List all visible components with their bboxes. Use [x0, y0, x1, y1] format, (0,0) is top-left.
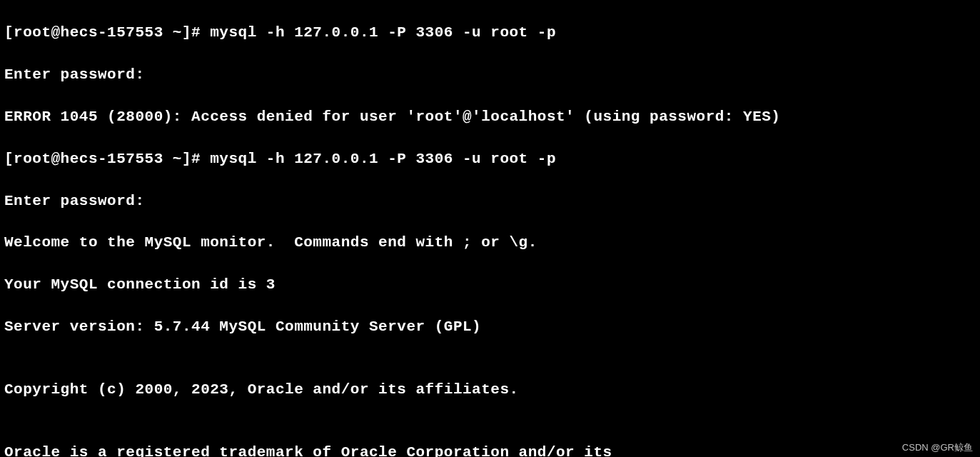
terminal-line: Server version: 5.7.44 MySQL Community S… [4, 316, 976, 337]
terminal-line: [root@hecs-157553 ~]# mysql -h 127.0.0.1… [4, 22, 976, 43]
terminal-line: Enter password: [4, 191, 976, 211]
terminal-line: Copyright (c) 2000, 2023, Oracle and/or … [4, 379, 976, 400]
terminal-output[interactable]: [root@hecs-157553 ~]# mysql -h 127.0.0.1… [4, 1, 976, 457]
terminal-line: Your MySQL connection id is 3 [4, 274, 976, 295]
watermark: CSDN @GR鲸鱼 [902, 441, 973, 454]
terminal-line: Welcome to the MySQL monitor. Commands e… [4, 232, 976, 253]
terminal-line: ERROR 1045 (28000): Access denied for us… [4, 106, 976, 127]
terminal-line: Oracle is a registered trademark of Orac… [4, 442, 976, 457]
terminal-line: Enter password: [4, 64, 976, 85]
terminal-line: [root@hecs-157553 ~]# mysql -h 127.0.0.1… [4, 149, 976, 169]
